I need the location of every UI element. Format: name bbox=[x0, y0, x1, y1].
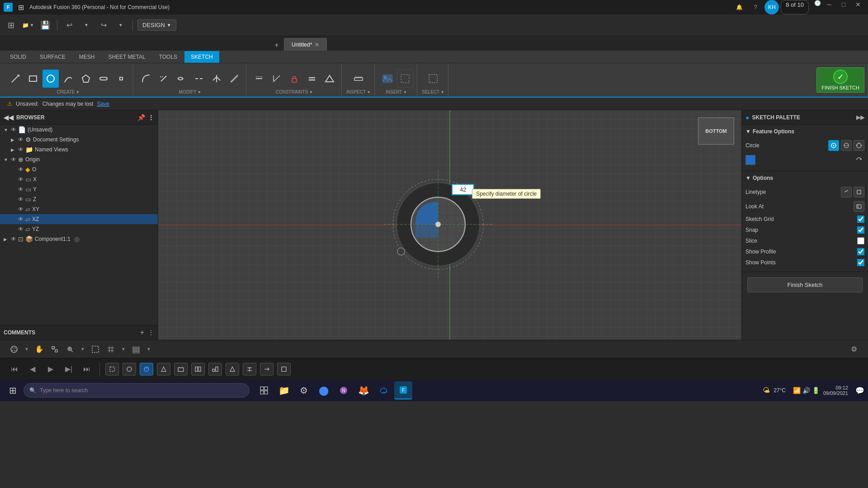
browser-item-XZ[interactable]: 👁 ▱ XZ bbox=[0, 214, 158, 224]
snap-checkbox[interactable] bbox=[857, 226, 864, 234]
circle-tool-btn[interactable] bbox=[42, 70, 59, 88]
diameter-input[interactable] bbox=[452, 184, 474, 195]
save-link[interactable]: Save bbox=[97, 101, 109, 107]
timeline-start-btn[interactable]: ⏮ bbox=[7, 362, 22, 376]
pan-btn[interactable]: ✋ bbox=[33, 343, 46, 356]
circle-2point-btn[interactable] bbox=[841, 140, 852, 151]
gear-settings-icon[interactable]: ⚙ bbox=[847, 343, 861, 356]
fillet-btn[interactable] bbox=[138, 70, 154, 88]
browser-item-Y[interactable]: 👁 ▭ Y bbox=[0, 184, 158, 194]
line-tool-btn[interactable] bbox=[7, 70, 24, 88]
zoom-btn[interactable] bbox=[63, 343, 77, 356]
select-btn[interactable] bbox=[425, 70, 441, 88]
insert-label[interactable]: INSERT ▼ bbox=[386, 89, 407, 94]
browser-item-doc-settings[interactable]: ▶ 👁 ⚙ Document Settings bbox=[0, 135, 158, 145]
tl-icon-1[interactable] bbox=[105, 363, 119, 375]
grid-menu-btn[interactable]: ⊞ bbox=[4, 18, 18, 33]
fit-btn[interactable] bbox=[48, 343, 61, 356]
user-avatar[interactable]: KH bbox=[764, 0, 779, 14]
grid-dropdown-btn[interactable]: ▼ bbox=[119, 343, 127, 356]
search-box[interactable]: 🔍 Type here to search bbox=[24, 383, 250, 398]
browser-item-X[interactable]: 👁 ▭ X bbox=[0, 174, 158, 184]
finish-sketch-palette-btn[interactable]: Finish Sketch bbox=[747, 277, 863, 292]
dimension-btn[interactable] bbox=[269, 70, 285, 88]
add-tab-btn[interactable]: + bbox=[271, 40, 282, 51]
chrome-btn[interactable]: ⬤ bbox=[315, 381, 333, 399]
constraint1-btn[interactable] bbox=[251, 70, 267, 88]
tl-icon-4[interactable] bbox=[157, 363, 170, 375]
sketch-grid-checkbox[interactable] bbox=[857, 216, 864, 223]
design-dropdown[interactable]: DESIGN ▼ bbox=[137, 19, 176, 31]
untitled-tab[interactable]: Untitled* ✕ bbox=[284, 38, 327, 51]
equal-btn[interactable] bbox=[304, 70, 320, 88]
tl-icon-6[interactable] bbox=[191, 363, 205, 375]
comments-options-btn[interactable]: ⋮ bbox=[148, 329, 154, 336]
browser-btn[interactable]: N bbox=[335, 381, 353, 399]
undo-dropdown-btn[interactable]: ▼ bbox=[79, 18, 94, 33]
save-btn[interactable]: 💾 bbox=[38, 18, 52, 33]
feature-options-header[interactable]: ▼ Feature Options bbox=[745, 128, 864, 135]
tab-solid[interactable]: SOLID bbox=[4, 51, 33, 63]
triangle-btn[interactable] bbox=[321, 70, 338, 88]
palette-expand-btn[interactable]: ▶▶ bbox=[856, 114, 864, 121]
browser-item-XY[interactable]: 👁 ▱ XY bbox=[0, 204, 158, 214]
rectangle-tool-btn[interactable] bbox=[25, 70, 41, 88]
tl-icon-7[interactable] bbox=[208, 363, 222, 375]
mirror-btn[interactable] bbox=[208, 70, 225, 88]
tl-icon-9[interactable] bbox=[243, 363, 256, 375]
tab-tools[interactable]: TOOLS bbox=[153, 51, 184, 63]
tab-mesh[interactable]: MESH bbox=[73, 51, 101, 63]
lock-btn[interactable] bbox=[286, 70, 302, 88]
maximize-btn[interactable]: □ bbox=[837, 0, 850, 9]
break-btn[interactable] bbox=[191, 70, 207, 88]
inspect-label[interactable]: INSPECT ▼ bbox=[346, 89, 371, 94]
notification-center-btn[interactable]: 💬 bbox=[855, 386, 864, 395]
tl-icon-10[interactable] bbox=[260, 363, 274, 375]
measure-btn[interactable] bbox=[350, 70, 367, 88]
nav-menu-icon[interactable]: ⊞ bbox=[16, 1, 26, 14]
modify-label[interactable]: MODIFY ▼ bbox=[179, 89, 202, 94]
file-btn[interactable]: 📁▼ bbox=[21, 18, 35, 33]
tl-icon-5[interactable] bbox=[174, 363, 188, 375]
orbit-dropdown-btn[interactable]: ▼ bbox=[23, 343, 31, 356]
display-dropdown-btn[interactable]: ▼ bbox=[145, 343, 153, 356]
settings-btn-task[interactable]: ⚙ bbox=[295, 381, 313, 399]
frame-btn[interactable] bbox=[89, 343, 102, 356]
polygon-tool-btn[interactable] bbox=[78, 70, 94, 88]
timeline-prev-btn[interactable]: ◀ bbox=[25, 362, 40, 376]
options-header[interactable]: ▼ Options bbox=[745, 175, 864, 181]
finish-sketch-ribbon-btn[interactable]: ✓ FINISH SKETCH bbox=[816, 67, 864, 93]
undo-btn[interactable]: ↩ bbox=[62, 18, 76, 33]
add-comment-btn[interactable]: + bbox=[140, 328, 144, 337]
canvas-area[interactable]: 🔒 Specify diameter of circle BOTTOM bbox=[158, 110, 741, 340]
file-explorer-btn[interactable]: 📁 bbox=[275, 381, 293, 399]
circle-center-btn[interactable] bbox=[828, 140, 839, 151]
tl-icon-8[interactable] bbox=[226, 363, 239, 375]
display-settings-btn[interactable] bbox=[129, 343, 143, 356]
tl-icon-2[interactable] bbox=[123, 363, 136, 375]
timeline-play-btn[interactable]: ▶ bbox=[43, 362, 58, 376]
point-tool-btn[interactable] bbox=[113, 70, 129, 88]
palette-collapse-btn[interactable]: ● bbox=[745, 114, 749, 121]
browser-item-named-views[interactable]: ▶ 👁 📁 Named Views bbox=[0, 145, 158, 155]
create-label[interactable]: CREATE ▼ bbox=[57, 89, 80, 94]
orbit-btn[interactable] bbox=[7, 343, 21, 356]
edge-btn[interactable] bbox=[374, 381, 392, 399]
slot-tool-btn[interactable] bbox=[95, 70, 112, 88]
select-label[interactable]: SELECT ▼ bbox=[422, 89, 444, 94]
refresh-icon-btn[interactable] bbox=[854, 155, 864, 165]
offset-btn[interactable] bbox=[226, 70, 242, 88]
color-swatch[interactable] bbox=[745, 155, 755, 165]
slice-checkbox[interactable] bbox=[857, 237, 864, 244]
tl-icon-11[interactable] bbox=[277, 363, 291, 375]
arc-tool-btn[interactable] bbox=[60, 70, 76, 88]
grid-display-btn[interactable] bbox=[104, 343, 118, 356]
help-btn[interactable]: ? bbox=[748, 0, 763, 14]
browser-item-Z[interactable]: 👁 ▭ Z bbox=[0, 194, 158, 204]
insert-image-btn[interactable] bbox=[379, 70, 396, 88]
close-btn[interactable]: ✕ bbox=[852, 0, 864, 9]
browser-pin-btn[interactable]: 📌 bbox=[137, 114, 145, 121]
linetype-box-btn[interactable] bbox=[854, 187, 864, 197]
redo-dropdown-btn[interactable]: ▼ bbox=[113, 18, 128, 33]
browser-item-origin[interactable]: ▼ 👁 ⊕ Origin bbox=[0, 155, 158, 164]
